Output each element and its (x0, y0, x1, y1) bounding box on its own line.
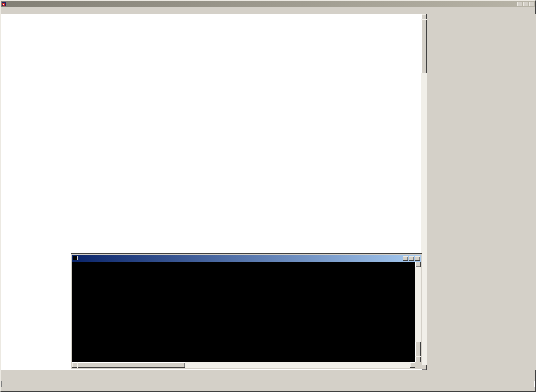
status-bar (1, 381, 535, 387)
bs-table-header (431, 315, 536, 321)
console-minimize-button[interactable] (403, 256, 408, 261)
panel-title (427, 14, 536, 19)
cmd-icon (73, 256, 78, 260)
scroll-up-icon[interactable] (421, 14, 427, 19)
console-scroll-right-icon[interactable] (410, 362, 415, 368)
console-hscrollbar[interactable] (72, 362, 415, 368)
scroll-thumb[interactable] (421, 20, 427, 73)
console-scroll-left-icon[interactable] (72, 362, 77, 368)
console-resize-corner[interactable] (415, 362, 421, 368)
ship-properties-panel (427, 14, 536, 370)
menu-help[interactable] (7, 10, 13, 12)
console-window (71, 254, 422, 369)
base-stations-table (431, 315, 536, 321)
titlebar (1, 1, 535, 7)
app-window (0, 0, 536, 392)
minimize-button[interactable] (517, 2, 522, 6)
table-scrollbar[interactable] (421, 14, 427, 370)
console-scroll-thumb[interactable] (415, 342, 421, 356)
console-output (72, 262, 415, 362)
console-scroll-down-icon[interactable] (415, 357, 421, 362)
console-maximize-button[interactable] (409, 256, 414, 261)
console-close-button[interactable] (415, 256, 420, 261)
console-titlebar[interactable] (72, 255, 421, 262)
close-button[interactable] (529, 2, 534, 6)
app-icon (2, 2, 6, 6)
console-hscroll-thumb[interactable] (78, 362, 185, 368)
menubar (1, 7, 535, 14)
scroll-down-icon[interactable] (421, 365, 427, 370)
console-vscrollbar[interactable] (415, 262, 421, 362)
console-scroll-up-icon[interactable] (415, 262, 421, 267)
maximize-button[interactable] (523, 2, 528, 6)
table-header (1, 14, 421, 20)
menu-file[interactable] (1, 10, 7, 12)
